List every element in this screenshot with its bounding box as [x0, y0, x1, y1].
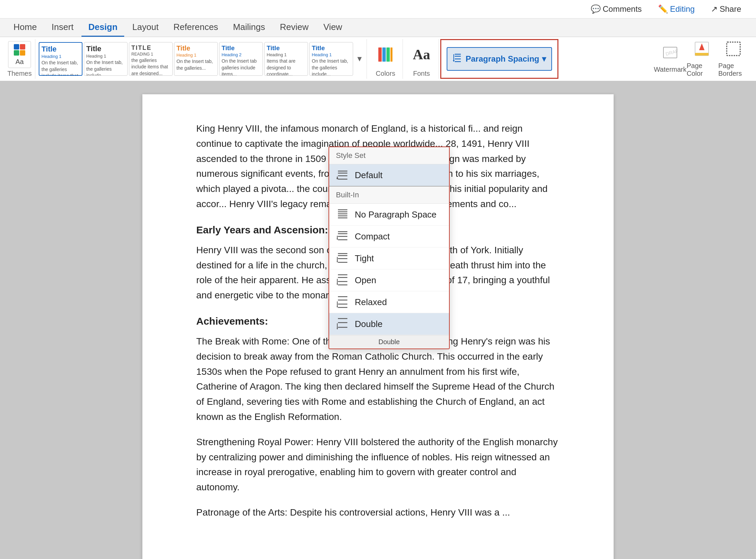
watermark-label: Watermark — [654, 66, 686, 73]
themes-group-content: Aa — [8, 39, 31, 70]
document-area: King Henry VIII, the infamous monarch of… — [0, 81, 756, 559]
svg-marker-33 — [337, 239, 338, 240]
ps-item-compact[interactable]: Compact — [329, 226, 449, 247]
ribbon-content: Aa Themes Title Heading 1 On the Insert … — [0, 37, 756, 81]
paragraph-spacing-dropdown: Style Set Default Built-In — [328, 147, 450, 349]
paragraph-spacing-group-content: Paragraph Spacing ▾ — [447, 40, 552, 78]
ps-item-open[interactable]: Open — [329, 269, 449, 291]
tab-layout[interactable]: Layout — [125, 19, 165, 37]
tab-view[interactable]: View — [317, 19, 349, 37]
ps-relaxed-icon — [336, 296, 349, 308]
editing-button[interactable]: ✏️ Editing — [653, 2, 700, 16]
ps-no-paragraph-space-label: No Paragraph Space — [355, 209, 437, 220]
ps-compact-icon — [336, 230, 349, 243]
colors-button[interactable] — [374, 43, 397, 66]
share-label: Share — [720, 4, 741, 14]
colors-group: Colors — [368, 39, 403, 79]
fonts-label: Fonts — [413, 70, 430, 79]
comments-label: Comments — [603, 4, 642, 14]
tab-mailings[interactable]: Mailings — [226, 19, 272, 37]
comments-icon: 💬 — [591, 4, 601, 14]
svg-rect-17 — [695, 53, 709, 55]
ps-item-default[interactable]: Default — [329, 164, 449, 186]
doc-paragraph-4: Strengthening Royal Power: Henry VIII bo… — [196, 435, 560, 495]
ps-open-label: Open — [355, 275, 376, 286]
ps-open-icon — [336, 274, 349, 286]
svg-marker-13 — [453, 60, 455, 62]
colors-label: Colors — [376, 70, 395, 79]
tab-insert[interactable]: Insert — [45, 19, 80, 37]
ps-tight-label: Tight — [355, 253, 374, 264]
ps-double-icon — [336, 318, 349, 330]
svg-text:DRAFT: DRAFT — [665, 47, 678, 57]
ps-item-tight[interactable]: Tight — [329, 247, 449, 269]
style-thumbnails: Title Heading 1 On the Insert tab, the g… — [37, 39, 367, 79]
svg-marker-38 — [337, 261, 338, 262]
svg-marker-43 — [337, 284, 338, 285]
svg-rect-4 — [378, 47, 382, 62]
comments-button[interactable]: 💬 Comments — [586, 2, 647, 16]
ps-item-relaxed[interactable]: Relaxed — [329, 291, 449, 313]
editing-label: Editing — [670, 4, 695, 14]
style-thumb-title4[interactable]: Title Heading 1 On the Insert tab, the g… — [174, 42, 218, 76]
tab-references[interactable]: References — [167, 19, 225, 37]
svg-rect-1 — [20, 44, 25, 49]
watermark-icon: DRAFT — [662, 44, 678, 64]
style-thumb-title6[interactable]: Title Heading 1 Items that are designed … — [264, 42, 308, 76]
ribbon-spacer — [560, 39, 650, 79]
ps-item-no-paragraph-space[interactable]: No Paragraph Space — [329, 204, 449, 226]
themes-icon — [13, 43, 26, 57]
page-color-button[interactable]: Page Color — [687, 42, 717, 76]
page-borders-label: Page Borders — [718, 62, 749, 77]
style-thumb-title7[interactable]: Title Heading 1 On the Insert tab, the g… — [309, 42, 353, 76]
right-ribbon-group: DRAFT Watermark Page Color Page Border — [652, 39, 752, 79]
title-bar: 💬 Comments ✏️ Editing ↗ Share — [0, 0, 756, 19]
themes-button[interactable]: Aa — [8, 41, 31, 68]
svg-rect-3 — [20, 50, 25, 55]
ps-tight-icon — [336, 252, 349, 264]
style-thumb-title2[interactable]: Title Heading 1 On the Insert tab, the g… — [84, 42, 128, 76]
colors-group-content — [374, 39, 397, 70]
ps-tooltip: Double — [329, 335, 449, 349]
ps-built-in-label: Built-In — [329, 186, 449, 204]
editing-icon: ✏️ — [658, 4, 668, 14]
ps-default-label: Default — [355, 170, 382, 180]
share-button[interactable]: ↗ Share — [706, 2, 746, 16]
fonts-group-content: Aa — [410, 39, 433, 70]
ps-item-double[interactable]: Double — [329, 313, 449, 335]
share-icon: ↗ — [711, 4, 718, 14]
ribbon-tabs: Home Insert Design Layout References Mai… — [0, 19, 756, 37]
tab-review[interactable]: Review — [273, 19, 315, 37]
svg-marker-52 — [337, 328, 338, 329]
svg-marker-48 — [337, 306, 338, 308]
title-bar-actions: 💬 Comments ✏️ Editing ↗ Share — [586, 2, 746, 16]
tab-home[interactable]: Home — [7, 19, 43, 37]
tab-design[interactable]: Design — [82, 19, 124, 37]
page-borders-button[interactable]: Page Borders — [718, 42, 749, 76]
style-thumb-title5[interactable]: Title Heading 2 On the Insert tab galler… — [219, 42, 263, 76]
svg-rect-6 — [386, 47, 390, 62]
svg-rect-19 — [727, 42, 740, 55]
themes-group: Aa Themes — [4, 39, 35, 79]
paragraph-spacing-label: Paragraph Spacing — [465, 54, 539, 64]
ps-style-set-label: Style Set — [329, 147, 449, 164]
fonts-group: Aa Fonts — [404, 39, 439, 79]
style-thumb-title1[interactable]: Title Heading 1 On the Insert tab, the g… — [39, 42, 83, 76]
svg-rect-5 — [382, 47, 386, 62]
svg-rect-7 — [390, 47, 392, 62]
style-thumb-title3[interactable]: TITLE READING 1 the galleries include it… — [129, 42, 173, 76]
watermark-button[interactable]: DRAFT Watermark — [655, 42, 685, 76]
svg-rect-2 — [14, 50, 19, 55]
themes-label: Themes — [7, 70, 32, 79]
fonts-button[interactable]: Aa — [410, 43, 433, 66]
ps-default-icon — [336, 169, 349, 181]
ps-relaxed-label: Relaxed — [355, 297, 387, 308]
paragraph-spacing-group: Paragraph Spacing ▾ — [440, 39, 558, 79]
ps-no-paragraph-space-icon — [336, 208, 349, 221]
paragraph-spacing-button[interactable]: Paragraph Spacing ▾ — [447, 47, 552, 71]
ps-double-label: Double — [355, 319, 382, 329]
style-nav-arrow[interactable]: ▼ — [354, 42, 365, 76]
paragraph-spacing-dropdown-arrow: ▾ — [542, 54, 546, 64]
ps-compact-label: Compact — [355, 231, 390, 242]
doc-paragraph-5: Patronage of the Arts: Despite his contr… — [196, 505, 560, 520]
